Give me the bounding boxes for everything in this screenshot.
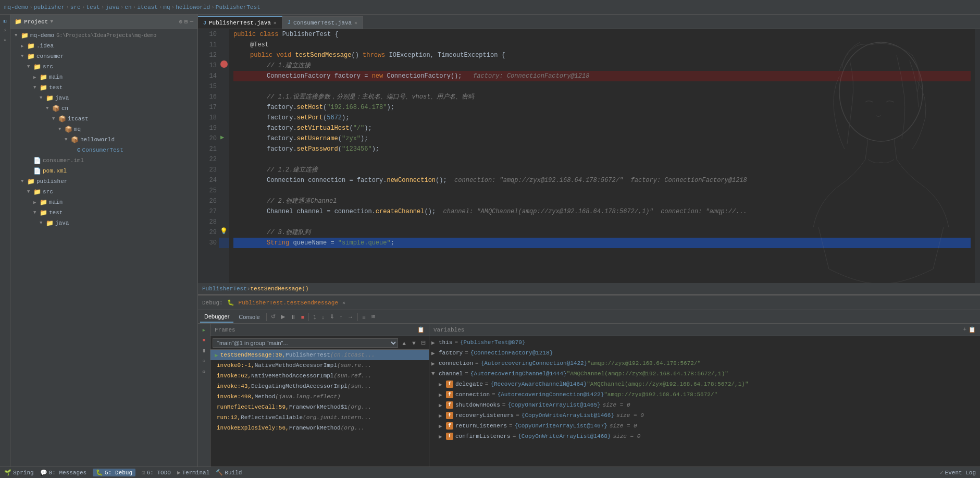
tree-item-consumer-pom[interactable]: 📄 pom.xml xyxy=(10,166,197,176)
tree-label: main xyxy=(49,199,63,205)
debugger-tab-btn[interactable]: Debugger xyxy=(200,311,233,323)
variables-add-btn[interactable]: + xyxy=(963,326,966,333)
editor-scrollbar[interactable] xyxy=(975,29,980,283)
var-eq: = xyxy=(465,350,468,356)
var-item-channel[interactable]: ▼ channel = {AutorecoveringChannel@1444}… xyxy=(429,369,980,379)
sidebar-structure-icon[interactable]: ⚡ xyxy=(1,26,9,34)
tree-item-consumer-mq[interactable]: ▼ 📦 mq xyxy=(10,124,197,134)
frame-item-0[interactable]: ▶ testSendMessage:30, PublisherTest (cn.… xyxy=(210,350,429,360)
frame-item-7[interactable]: invokeExplosively:56, FrameworkMethod (o… xyxy=(210,423,429,433)
tab-close-btn2[interactable]: ✕ xyxy=(354,20,357,26)
debug-side-resume[interactable]: ⏸ xyxy=(200,347,208,355)
thread-selector[interactable]: "main"@1 in group "main"... xyxy=(213,338,398,348)
toolbar-sep xyxy=(266,313,267,321)
frames-copy-btn[interactable]: 📋 xyxy=(417,326,425,333)
frame-item-4[interactable]: invoke:498, Method (java.lang.reflect) xyxy=(210,391,429,402)
tree-item-publisher-src[interactable]: ▼ 📁 src xyxy=(10,187,197,197)
frames-filter-btn[interactable]: ⊟ xyxy=(420,338,427,347)
run-to-cursor-btn[interactable]: → xyxy=(345,313,355,321)
evaluate-btn[interactable]: ≡ xyxy=(360,313,367,321)
tree-item-consumer-test[interactable]: ▼ 📁 test xyxy=(10,82,197,93)
frame-item-6[interactable]: run:12, ReflectiveCallable (org.junit.in… xyxy=(210,412,429,423)
var-item-factory[interactable]: ▶ factory = {ConnectionFactory@1218} xyxy=(429,348,980,358)
close-panel-icon[interactable]: — xyxy=(190,18,193,25)
tree-item-consumer[interactable]: ▼ 📁 consumer xyxy=(10,51,197,62)
code-editor[interactable]: public class PublisherTest { @Test publi… xyxy=(229,29,975,283)
tree-item-consumer-helloworld[interactable]: ▼ 📦 helloworld xyxy=(10,134,197,145)
var-value: {PublisherTest@870} xyxy=(460,339,525,346)
debug-side-rerun[interactable]: ▶ xyxy=(200,326,208,334)
status-spring[interactable]: 🌱 Spring xyxy=(4,469,34,476)
frame-item-3[interactable]: invoke:43, DelegatingMethodAccessorImpl … xyxy=(210,381,429,391)
rerun-btn[interactable]: ↺ xyxy=(269,312,278,321)
debug-side-stop[interactable]: ■ xyxy=(200,336,208,345)
resume-btn[interactable]: ▶ xyxy=(279,312,287,321)
tree-label: mq xyxy=(74,126,81,132)
tree-item-consumer-java[interactable]: ▼ 📁 java xyxy=(10,93,197,103)
tree-item-publisher-test[interactable]: ▼ 📁 test xyxy=(10,207,197,218)
status-build[interactable]: 🔨 Build xyxy=(216,469,242,476)
step-into-btn[interactable]: ↓ xyxy=(319,313,327,321)
tab-close-btn[interactable]: ✕ xyxy=(274,20,277,26)
console-tab-btn[interactable]: Console xyxy=(234,311,264,323)
tree-item-publisher[interactable]: ▼ 📁 publisher xyxy=(10,176,197,187)
tree-item-idea[interactable]: ▶ 📁 .idea xyxy=(10,41,197,51)
tree-item-publisher-java[interactable]: ▼ 📁 java xyxy=(10,218,197,228)
trace-btn[interactable]: ≋ xyxy=(369,312,378,321)
tree-item-publisher-main[interactable]: ▶ 📁 main xyxy=(10,197,197,207)
pkg-icon: 📦 xyxy=(65,126,72,133)
frame-item-2[interactable]: invoke:62, NativeMethodAccessorImpl (sun… xyxy=(210,371,429,381)
tree-item-mqdemo[interactable]: ▼ 📁 mq-demo G:\Projects\IdeaProjects\mq-… xyxy=(10,30,197,41)
settings-icon2[interactable]: ⊞ xyxy=(184,18,188,25)
var-item-confirmlisteners[interactable]: ▶ f confirmListeners = {CopyOnWriteArray… xyxy=(429,431,980,442)
var-item-shutdownhooks[interactable]: ▶ f shutdownHooks = {CopyOnWriteArrayLis… xyxy=(429,400,980,410)
tree-item-consumer-src[interactable]: ▼ 📁 src xyxy=(10,62,197,72)
frame-item-1[interactable]: invoke0:-1, NativeMethodAccessorImpl (su… xyxy=(210,360,429,371)
sidebar-favorites-icon[interactable]: ★ xyxy=(1,35,9,44)
tree-item-consumertest[interactable]: C ConsumerTest xyxy=(10,145,197,155)
frames-up-btn[interactable]: ▲ xyxy=(400,339,408,347)
tab-publishertest[interactable]: J PublisherTest.java ✕ xyxy=(198,16,282,29)
var-item-delegate[interactable]: ▶ f delegate = {RecoveryAwareChannelN@14… xyxy=(429,379,980,389)
var-item-connection[interactable]: ▶ connection = {AutorecoveringConnection… xyxy=(429,358,980,369)
force-step-into-btn[interactable]: ⇓ xyxy=(328,312,337,321)
status-todo[interactable]: ☑ 6: TODO xyxy=(142,469,171,476)
step-out-btn[interactable]: ↑ xyxy=(338,313,345,321)
tree-item-consumer-itcast[interactable]: ▼ 📦 itcast xyxy=(10,114,197,124)
tree-item-consumer-iml[interactable]: 📄 consumer.iml xyxy=(10,155,197,166)
debug-side-mute[interactable]: ○ xyxy=(200,357,208,365)
var-arrow: ▶ xyxy=(439,381,446,388)
frame-item-5[interactable]: runReflectiveCall:59, FrameworkMethod$1 … xyxy=(210,402,429,412)
var-item-returnlisteners[interactable]: ▶ f returnListeners = {CopyOnWriteArrayL… xyxy=(429,421,980,431)
variables-copy-btn[interactable]: 📋 xyxy=(969,326,976,333)
status-messages-label: 0: Messages xyxy=(49,470,87,476)
sidebar-project-icon[interactable]: ◧ xyxy=(1,17,9,25)
var-arrow: ▶ xyxy=(439,391,446,398)
frames-down-btn[interactable]: ▼ xyxy=(410,339,418,347)
step-over-btn[interactable]: ⤵ xyxy=(311,313,318,321)
stop-btn[interactable]: ■ xyxy=(299,313,307,321)
code-line-11: @Test xyxy=(233,40,971,50)
tree-item-consumer-cn[interactable]: ▼ 📦 cn xyxy=(10,103,197,114)
var-name: factory xyxy=(439,350,463,356)
var-item-this[interactable]: ▶ this = {PublisherTest@870} xyxy=(429,337,980,348)
debug-side-settings[interactable]: ⚙ xyxy=(200,367,208,376)
status-bar: 🌱 Spring 💬 0: Messages 🐛 5: Debug ☑ 6: T… xyxy=(0,467,980,478)
tab-consumertest[interactable]: J ConsumerTest.java ✕ xyxy=(282,16,363,29)
status-debug[interactable]: 🐛 5: Debug xyxy=(93,469,135,476)
pause-btn[interactable]: ⏸ xyxy=(288,313,298,321)
status-event-log[interactable]: ✓ Event Log xyxy=(940,469,976,476)
project-dropdown-arrow[interactable]: ▼ xyxy=(50,19,53,24)
var-item-channel-connection[interactable]: ▶ f connection = {AutorecoveringConnecti… xyxy=(429,389,980,400)
tree-item-consumer-main[interactable]: ▶ 📁 main xyxy=(10,72,197,82)
var-value: {AutorecoveringConnection@1422} xyxy=(481,360,588,366)
var-item-recoverylisteners[interactable]: ▶ f recoveryListeners = {CopyOnWriteArra… xyxy=(429,410,980,421)
var-arrow: ▶ xyxy=(431,339,439,346)
breadcrumb-file: PublisherTest xyxy=(216,4,260,10)
status-messages[interactable]: 💬 0: Messages xyxy=(40,469,87,476)
frames-list: ▶ testSendMessage:30, PublisherTest (cn.… xyxy=(210,350,429,467)
tree-label: main xyxy=(49,74,63,80)
gear-icon[interactable]: ⚙ xyxy=(179,18,182,25)
debug-close-btn[interactable]: ✕ xyxy=(342,300,345,306)
status-terminal[interactable]: ▶ Terminal xyxy=(177,469,209,476)
